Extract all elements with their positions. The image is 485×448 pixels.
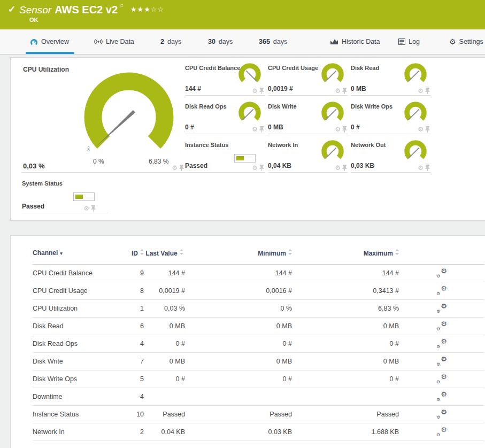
cell-id: 5 — [113, 370, 144, 388]
log-icon — [398, 38, 405, 45]
channel-settings-icon[interactable]: ⚙⚙ — [436, 409, 447, 418]
channel-title: System Status — [22, 180, 63, 187]
overview-panel: CPU Utilization x̄ 0 % 6,83 % 0,03 % ⚙ C… — [10, 57, 485, 221]
gear-icon[interactable]: ⚙ — [335, 126, 341, 133]
channel-cell-disk-write-ops[interactable]: Disk Write Ops0 #⚙ — [351, 99, 431, 134]
live-data-icon — [94, 38, 103, 45]
channel-table: Channel▾IDLast ValueMinimumMaximum CPU C… — [33, 244, 484, 441]
channel-value: 144 # — [185, 85, 201, 92]
channel-cell-network-in[interactable]: Network In0,04 KB⚙ — [268, 138, 348, 173]
column-header-channel[interactable]: Channel▾ — [33, 244, 113, 265]
pin-icon[interactable] — [342, 88, 347, 94]
table-row-disk-write-ops: Disk Write Ops50 #0 #0 #⚙⚙ — [33, 370, 484, 388]
pin-icon[interactable] — [425, 88, 430, 94]
tab-2-days[interactable]: 2days — [160, 29, 181, 54]
gear-icon[interactable]: ⚙ — [335, 165, 341, 171]
gear-icon[interactable]: ⚙ — [418, 165, 424, 171]
cell-last-value: Passed — [144, 406, 185, 423]
column-header-min[interactable]: Minimum — [185, 244, 292, 265]
cell-maximum: Passed — [292, 406, 399, 423]
sort-arrows-icon — [395, 249, 399, 255]
column-header-max[interactable]: Maximum — [292, 244, 399, 265]
cell-channel: Instance Status — [33, 406, 113, 423]
cell-id: -4 — [113, 388, 144, 406]
column-header-last[interactable]: Last Value — [144, 244, 185, 265]
pin-icon[interactable] — [342, 126, 347, 133]
channel-title: Network In — [268, 142, 298, 148]
channel-settings-icon[interactable]: ⚙⚙ — [436, 268, 447, 277]
tab-label: days — [167, 38, 181, 45]
channel-cell-instance-status[interactable]: Instance StatusPassed⚙ — [185, 138, 265, 173]
cell-minimum: 0 MB — [185, 318, 292, 335]
channel-table-panel: Channel▾IDLast ValueMinimumMaximum CPU C… — [10, 235, 485, 448]
channel-cell-disk-read[interactable]: Disk Read0 MB⚙ — [351, 61, 431, 96]
channel-settings-icon[interactable]: ⚙⚙ — [436, 321, 447, 330]
channel-title: Disk Write Ops — [351, 103, 392, 110]
pin-icon[interactable] — [259, 165, 264, 171]
table-row-disk-read: Disk Read60 MB0 MB0 MB⚙⚙ — [33, 318, 484, 335]
pin-icon[interactable] — [259, 126, 264, 133]
tab-settings[interactable]: ⚙Settings — [449, 29, 483, 54]
pin-icon[interactable] — [259, 88, 264, 94]
cpu-utilization-gauge — [83, 72, 175, 152]
channel-cell-cpu-utilization[interactable]: CPU Utilization x̄ 0 % 6,83 % 0,03 % ⚙ — [22, 60, 185, 173]
gear-icon[interactable]: ⚙ — [418, 88, 424, 94]
gear-icon[interactable]: ⚙ — [83, 205, 89, 212]
cell-maximum — [292, 388, 399, 406]
priority-stars[interactable]: ★★★☆☆ — [130, 5, 164, 13]
channel-title: CPU Credit Balance — [185, 65, 240, 71]
tab-30-days[interactable]: 30days — [208, 29, 233, 54]
cell-minimum: 0 # — [185, 335, 292, 353]
cell-channel: Disk Write — [33, 353, 113, 370]
tab-log[interactable]: Log — [398, 29, 420, 54]
sensor-kind-label: Sensor — [19, 4, 51, 16]
tab-label: Overview — [41, 38, 69, 45]
gear-icon[interactable]: ⚙ — [252, 126, 258, 133]
cell-id: 2 — [113, 423, 144, 441]
channel-settings-icon[interactable]: ⚙⚙ — [436, 374, 447, 383]
cell-maximum: 1.688 KB — [292, 423, 399, 441]
channel-settings-icon[interactable]: ⚙⚙ — [436, 285, 447, 295]
column-label: Last Value — [145, 250, 177, 257]
tab-live-data[interactable]: Live Data — [94, 29, 134, 54]
tab-365-days[interactable]: 365days — [259, 29, 287, 54]
channel-settings-icon[interactable]: ⚙⚙ — [436, 356, 447, 365]
tab-label: Historic Data — [342, 38, 380, 45]
cell-minimum: 0 % — [185, 300, 292, 318]
gear-icon[interactable]: ⚙ — [335, 88, 341, 94]
pin-icon[interactable] — [342, 165, 347, 171]
channel-settings-icon[interactable]: ⚙⚙ — [436, 338, 447, 347]
pin-icon[interactable] — [179, 165, 184, 171]
channel-title: CPU Utilization — [23, 66, 69, 73]
sort-caret-icon: ▾ — [60, 251, 63, 256]
channel-cell-disk-read-ops[interactable]: Disk Read Ops0 #⚙ — [185, 99, 265, 134]
cell-channel: CPU Utilization — [33, 300, 113, 318]
column-label: Minimum — [258, 250, 286, 257]
priority-flag-icon[interactable]: ⚐ — [119, 3, 124, 9]
gear-icon[interactable]: ⚙ — [252, 165, 258, 171]
cell-maximum: 0 # — [292, 335, 399, 353]
pin-icon[interactable] — [425, 126, 430, 133]
channel-cell-system-status[interactable]: System Status Passed ⚙ — [22, 176, 107, 213]
channel-settings-icon[interactable]: ⚙⚙ — [436, 427, 447, 436]
tab-overview[interactable]: Overview — [30, 29, 69, 54]
channel-cell-cpu-credit-usage[interactable]: CPU Credit Usage0,0019 #⚙ — [268, 61, 348, 96]
channel-cell-disk-write[interactable]: Disk Write0 MB⚙ — [268, 99, 348, 134]
channel-settings-icon[interactable]: ⚙⚙ — [436, 391, 447, 400]
pin-icon[interactable] — [425, 165, 430, 171]
channel-value: 0,03 KB — [351, 162, 374, 169]
pin-icon[interactable] — [91, 205, 96, 212]
channel-cell-cpu-credit-balance[interactable]: CPU Credit Balance144 #⚙ — [185, 61, 265, 96]
settings-gear-icon: ⚙ — [449, 37, 456, 46]
channel-title: Disk Read — [351, 65, 379, 71]
cell-last-value: 0 # — [144, 335, 185, 353]
gear-icon[interactable]: ⚙ — [172, 165, 178, 171]
column-header-id[interactable]: ID — [113, 244, 144, 265]
channel-cell-network-out[interactable]: Network Out0,03 KB⚙ — [351, 138, 431, 173]
gear-icon[interactable]: ⚙ — [252, 88, 258, 94]
tab-historic-data[interactable]: Historic Data — [330, 29, 380, 54]
cell-id: 4 — [113, 335, 144, 353]
gear-icon[interactable]: ⚙ — [418, 126, 424, 133]
channel-settings-icon[interactable]: ⚙⚙ — [436, 303, 447, 312]
cell-last-value: 0,0019 # — [144, 282, 185, 300]
